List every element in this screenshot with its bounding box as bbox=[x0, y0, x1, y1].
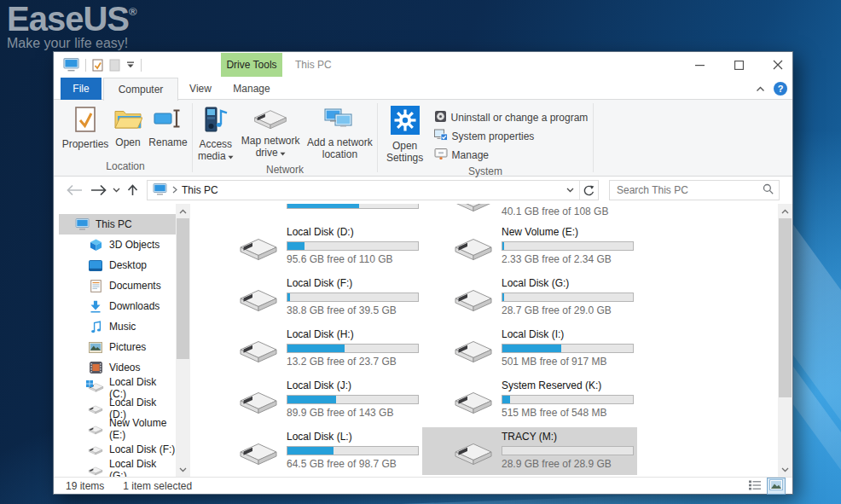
search-icon[interactable] bbox=[763, 183, 774, 197]
cube3d-icon bbox=[88, 238, 103, 252]
system-properties-icon bbox=[434, 129, 448, 144]
drive-tile-system-reserved-k[interactable]: System Reserved (K:) 515 MB free of 548 … bbox=[422, 376, 637, 424]
sidebar-scrollbar[interactable] bbox=[176, 204, 190, 477]
manage-button[interactable]: Manage bbox=[434, 148, 589, 162]
drive-tile-local-disk-j[interactable]: Local Disk (J:) 89.9 GB free of 143 GB bbox=[207, 376, 422, 424]
drive-icon bbox=[238, 234, 279, 261]
scrollbar-thumb[interactable] bbox=[177, 218, 189, 359]
scroll-up-icon[interactable] bbox=[778, 204, 792, 218]
details-view-icon bbox=[749, 480, 761, 493]
breadcrumb[interactable]: This PC bbox=[182, 184, 218, 196]
drive-tile-local-disk-f[interactable]: Local Disk (F:) 38.8 GB free of 39.5 GB bbox=[207, 274, 422, 322]
rename-button[interactable]: Rename bbox=[147, 104, 189, 151]
sidebar-item-desktop[interactable]: Desktop bbox=[59, 255, 176, 275]
window-title: This PC bbox=[295, 52, 332, 78]
scroll-down-icon[interactable] bbox=[176, 462, 190, 477]
partial-scrolled-row: 40.1 GB free of 108 GB bbox=[207, 204, 637, 222]
properties-icon bbox=[72, 106, 98, 136]
map-network-drive-button[interactable]: Map network drive bbox=[239, 104, 303, 160]
help-button[interactable]: ? bbox=[774, 82, 787, 96]
drive-tile-local-disk-g[interactable]: Local Disk (G:) 28.7 GB free of 29.0 GB bbox=[422, 274, 637, 322]
sidebar-item-this-pc[interactable]: This PC bbox=[59, 214, 176, 235]
refresh-icon[interactable] bbox=[579, 181, 598, 200]
drive-name: Local Disk (L:) bbox=[287, 431, 419, 444]
drive-tile-local-disk-l[interactable]: Local Disk (L:) 64.5 GB free of 98.7 GB bbox=[207, 427, 422, 475]
sidebar-item-local-disk-d[interactable]: Local Disk (D:) bbox=[59, 398, 176, 419]
tab-computer[interactable]: Computer bbox=[103, 78, 178, 101]
ribbon: Properties Open Rename Location bbox=[54, 100, 792, 177]
drive-tile-new-volume-e[interactable]: New Volume (E:) 2.33 GB free of 2.34 GB bbox=[422, 223, 637, 270]
tab-view[interactable]: View bbox=[182, 78, 219, 100]
drive-free-space: 28.7 GB free of 29.0 GB bbox=[502, 304, 634, 316]
sidebar-item-label: Videos bbox=[109, 362, 140, 374]
sidebar-item-label: New Volume (E:) bbox=[109, 417, 176, 441]
sidebar-item-local-disk-f[interactable]: Local Disk (F:) bbox=[59, 439, 176, 460]
thumbnail-view-button[interactable] bbox=[767, 478, 786, 495]
sidebar-item-downloads[interactable]: Downloads bbox=[59, 296, 176, 316]
customize-toolbar-icon[interactable] bbox=[126, 61, 135, 68]
sidebar-item-local-disk-c[interactable]: Local Disk (C:) bbox=[59, 378, 176, 398]
uninstall-program-button[interactable]: Uninstall or change a program bbox=[434, 110, 589, 125]
drive-free-space: 95.6 GB free of 110 GB bbox=[287, 253, 419, 265]
properties-button[interactable]: Properties bbox=[61, 104, 109, 153]
up-icon[interactable] bbox=[127, 184, 138, 196]
maximize-button[interactable] bbox=[724, 52, 753, 78]
minimize-button[interactable] bbox=[685, 52, 714, 78]
drive-tools-contextual-tab[interactable]: Drive Tools bbox=[221, 53, 282, 77]
drive-tile-local-disk-h[interactable]: Local Disk (H:) 13.2 GB free of 23.7 GB bbox=[207, 325, 422, 373]
drive-name: Local Disk (H:) bbox=[287, 328, 419, 342]
sidebar-item-label: Music bbox=[109, 321, 136, 333]
sidebar-item-videos[interactable]: Videos bbox=[59, 357, 176, 378]
drive-name: System Reserved (K:) bbox=[502, 379, 634, 393]
open-button[interactable]: Open bbox=[111, 104, 145, 151]
tab-file[interactable]: File bbox=[61, 78, 102, 100]
open-settings-button[interactable]: Open Settings bbox=[383, 104, 427, 165]
drive-free-space: 501 MB free of 917 MB bbox=[502, 356, 634, 368]
recent-locations-caret-icon[interactable] bbox=[113, 188, 120, 193]
drive-capacity-bar bbox=[502, 395, 634, 404]
details-view-button[interactable] bbox=[746, 478, 763, 495]
computer-icon[interactable] bbox=[63, 58, 79, 72]
sidebar-item-documents[interactable]: Documents bbox=[59, 275, 176, 296]
sidebar-item-local-disk-g[interactable]: Local Disk (G:) bbox=[59, 460, 176, 477]
system-properties-button[interactable]: System properties bbox=[434, 129, 589, 144]
drive-tile-local-disk-i[interactable]: Local Disk (I:) 501 MB free of 917 MB bbox=[422, 325, 637, 373]
easeus-logo: EaseUS® Make your life easy! bbox=[7, 2, 137, 51]
search-input[interactable] bbox=[615, 183, 763, 197]
new-folder-quick-icon[interactable] bbox=[109, 59, 120, 72]
drive-capacity-bar bbox=[287, 446, 419, 455]
drive-capacity-bar bbox=[502, 344, 634, 353]
sidebar-item-3d-objects[interactable]: 3D Objects bbox=[59, 235, 176, 255]
drive-icon bbox=[453, 336, 494, 363]
add-network-location-button[interactable]: Add a network location bbox=[304, 104, 375, 162]
close-button[interactable] bbox=[763, 52, 792, 78]
forward-icon[interactable] bbox=[90, 184, 107, 196]
scroll-up-icon[interactable] bbox=[176, 204, 190, 218]
ribbon-group-system: Open Settings Uninstall or change a prog… bbox=[380, 100, 591, 176]
drive-tile-tracy-m[interactable]: TRACY (M:) 28.9 GB free of 28.9 GB bbox=[422, 427, 637, 475]
drive-icon bbox=[453, 438, 494, 466]
tab-manage[interactable]: Manage bbox=[221, 78, 282, 100]
drive-icon bbox=[453, 285, 494, 312]
scroll-down-icon[interactable] bbox=[778, 462, 792, 477]
music-icon bbox=[88, 321, 103, 333]
back-icon[interactable] bbox=[66, 184, 83, 196]
main-scrollbar[interactable] bbox=[778, 204, 792, 477]
address-dropdown-icon[interactable] bbox=[560, 188, 579, 193]
sidebar-item-pictures[interactable]: Pictures bbox=[59, 337, 176, 357]
drive-tile-local-disk-d[interactable]: Local Disk (D:) 95.6 GB free of 110 GB bbox=[207, 223, 422, 270]
quick-access-toolbar bbox=[63, 52, 142, 78]
drive-free-space: 515 MB free of 548 MB bbox=[502, 407, 634, 419]
drive-icon bbox=[453, 387, 494, 414]
sidebar-item-new-volume-e[interactable]: New Volume (E:) bbox=[59, 419, 176, 439]
system-small-buttons: Uninstall or change a program System pro… bbox=[429, 104, 589, 162]
access-media-button[interactable]: Access media bbox=[194, 104, 237, 164]
collapse-ribbon-icon[interactable] bbox=[756, 83, 765, 95]
drive-capacity-bar bbox=[287, 293, 419, 302]
scrollbar-thumb[interactable] bbox=[779, 218, 792, 397]
search-box[interactable] bbox=[609, 180, 780, 200]
sidebar-item-music[interactable]: Music bbox=[59, 316, 176, 337]
navigation-pane: This PC 3D Objects Desktop Documents Dow… bbox=[54, 204, 176, 477]
address-bar[interactable]: This PC bbox=[147, 180, 599, 200]
properties-quick-icon[interactable] bbox=[92, 59, 103, 72]
